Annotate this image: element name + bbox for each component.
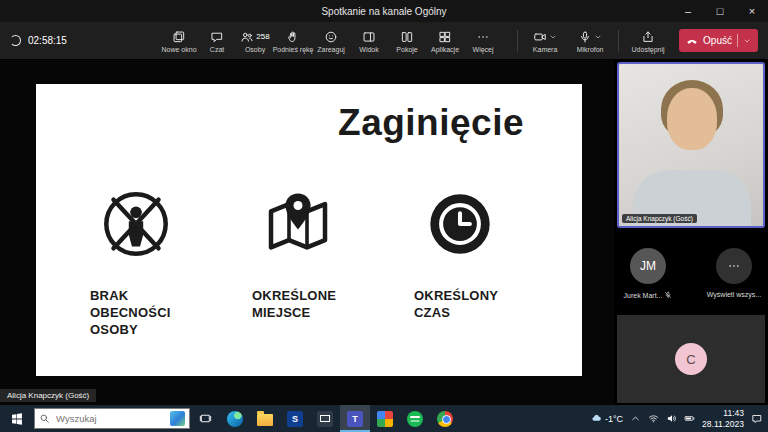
task-view-button[interactable]: [190, 405, 220, 432]
participant-tile-c[interactable]: C: [617, 315, 765, 403]
clock-icon: [424, 188, 496, 260]
taskbar-clock[interactable]: 11:43 28.11.2023: [702, 408, 744, 428]
toolbar-button-apps[interactable]: Aplikacje: [427, 27, 464, 55]
toolbar-button-more[interactable]: Więcej: [465, 27, 502, 55]
temperature-label: -1°C: [605, 414, 623, 424]
more-ellipsis-icon: [476, 30, 490, 44]
store-app-button[interactable]: S: [280, 405, 310, 432]
maximize-button[interactable]: □: [704, 0, 736, 22]
windows-start-icon: [10, 412, 24, 426]
view-layout-icon: [362, 30, 376, 44]
microphone-button[interactable]: Mikrofon: [567, 27, 613, 55]
battery-icon[interactable]: [684, 413, 695, 424]
store-icon: S: [287, 411, 303, 427]
show-all-label: Wyświetl wszys...: [707, 291, 761, 298]
toolbar-button-people[interactable]: 258 Osoby: [237, 27, 274, 55]
mic-menu-chevron-icon: [594, 33, 602, 41]
task-view-icon: [199, 412, 212, 425]
toolbar-button-raise-hand[interactable]: Podnieś rękę: [275, 27, 312, 55]
no-person-icon: [100, 188, 172, 260]
share-screen-icon: [641, 30, 655, 44]
camera-menu-chevron-icon: [549, 33, 557, 41]
toolbar-button-chat[interactable]: Czat: [199, 27, 236, 55]
spotify-icon: [407, 411, 423, 427]
teams-meeting-window: Spotkanie na kanale Ogólny – □ × 02:58:1…: [0, 0, 768, 432]
more-participants-icon: [716, 248, 752, 284]
toolbar-button-react[interactable]: Zareaguj: [313, 27, 350, 55]
pinned-apps: S T: [220, 405, 460, 432]
chrome-icon: [437, 411, 453, 427]
notification-center-icon[interactable]: [751, 413, 763, 425]
people-icon: [240, 30, 254, 44]
slide-item-place: OKREŚLONE MIEJSCE: [252, 188, 370, 339]
participant-name-label: Jurek Mart...: [624, 292, 663, 299]
meeting-timer-group: 02:58:15: [10, 35, 150, 46]
weather-cloud-icon: [591, 413, 602, 424]
meeting-toolbar: 02:58:15 Nowe okno Czat 258 Osoby Podnie…: [0, 22, 768, 60]
photos-app-button[interactable]: [370, 405, 400, 432]
close-button[interactable]: ×: [736, 0, 768, 22]
map-pin-icon: [262, 188, 334, 260]
teams-app-button[interactable]: T: [340, 405, 370, 432]
share-button[interactable]: Udostępnij: [624, 27, 672, 55]
new-window-icon: [172, 30, 186, 44]
camera-icon: [533, 30, 547, 44]
participant-video[interactable]: Alicja Knapczyk (Gość): [617, 62, 765, 228]
toolbar-separator: [517, 30, 518, 52]
camera-button[interactable]: Kamera: [523, 27, 567, 55]
search-highlight-icon[interactable]: [170, 411, 185, 426]
volume-icon[interactable]: [666, 413, 677, 424]
toolbar-center-group: Nowe okno Czat 258 Osoby Podnieś rękę Za…: [150, 27, 512, 55]
avatar-initials: JM: [630, 248, 666, 284]
avatar-c: C: [675, 343, 707, 375]
apps-grid-icon: [438, 30, 452, 44]
participant-jurek[interactable]: JM Jurek Mart...: [617, 248, 679, 299]
spotify-app-button[interactable]: [400, 405, 430, 432]
participants-sidebar: Alicja Knapczyk (Gość) JM Jurek Mart... …: [614, 60, 768, 405]
mail-app-button[interactable]: [310, 405, 340, 432]
search-input[interactable]: [54, 412, 166, 425]
photos-icon: [377, 411, 393, 427]
edge-app-button[interactable]: [220, 405, 250, 432]
start-button[interactable]: [0, 405, 34, 432]
participant-face-shape: [667, 88, 717, 150]
file-explorer-icon: [257, 414, 273, 426]
taskbar-search[interactable]: [34, 408, 190, 429]
show-all-participants-button[interactable]: Wyświetl wszys...: [703, 248, 765, 299]
toolbar-button-view[interactable]: Widok: [351, 27, 388, 55]
weather-widget[interactable]: -1°C: [591, 413, 623, 424]
hang-up-phone-icon: [686, 35, 698, 47]
clock-time: 11:43: [702, 408, 744, 418]
teams-icon: T: [347, 411, 363, 427]
network-icon[interactable]: [648, 413, 659, 424]
toolbar-button-rooms[interactable]: Pokoje: [389, 27, 426, 55]
leave-button-divider: [737, 34, 738, 47]
hidden-icons-chevron[interactable]: [630, 413, 641, 424]
mail-icon: [317, 411, 333, 427]
chat-icon: [210, 30, 224, 44]
file-explorer-app-button[interactable]: [250, 405, 280, 432]
slide-title: Zaginięcie: [36, 102, 524, 144]
chrome-app-button[interactable]: [430, 405, 460, 432]
raise-hand-icon: [286, 30, 300, 44]
leave-button-label: Opuść: [703, 35, 732, 46]
window-titlebar: Spotkanie na kanale Ogólny – □ ×: [0, 0, 768, 22]
minimize-button[interactable]: –: [672, 0, 704, 22]
presenter-name-label: Alicja Knapczyk (Gość): [0, 389, 96, 402]
leave-button[interactable]: Opuść: [679, 29, 758, 52]
meeting-timer: 02:58:15: [28, 35, 67, 46]
slide-items-row: BRAK OBECNOŚCI OSOBY OKREŚLONE MIEJSCE: [90, 188, 582, 339]
search-icon: [39, 413, 50, 424]
timer-ring-icon: [10, 35, 21, 46]
window-title: Spotkanie na kanale Ogólny: [96, 6, 672, 17]
slide-item-time: OKREŚLONY CZAS: [414, 188, 532, 339]
presentation-slide: Zaginięcie BRAK OBECNOŚCI OSOBY: [36, 84, 582, 376]
toolbar-button-new-window[interactable]: Nowe okno: [161, 27, 198, 55]
microphone-icon: [578, 30, 592, 44]
clock-date: 28.11.2023: [702, 419, 744, 429]
system-tray: -1°C 11:43 28.11.2023: [591, 408, 768, 428]
leave-menu-chevron-icon[interactable]: [743, 37, 751, 45]
people-count-badge: 258: [256, 32, 269, 41]
react-smiley-icon: [324, 30, 338, 44]
toolbar-right-group: Kamera Mikrofon Udostępnij Opuść: [512, 27, 758, 55]
